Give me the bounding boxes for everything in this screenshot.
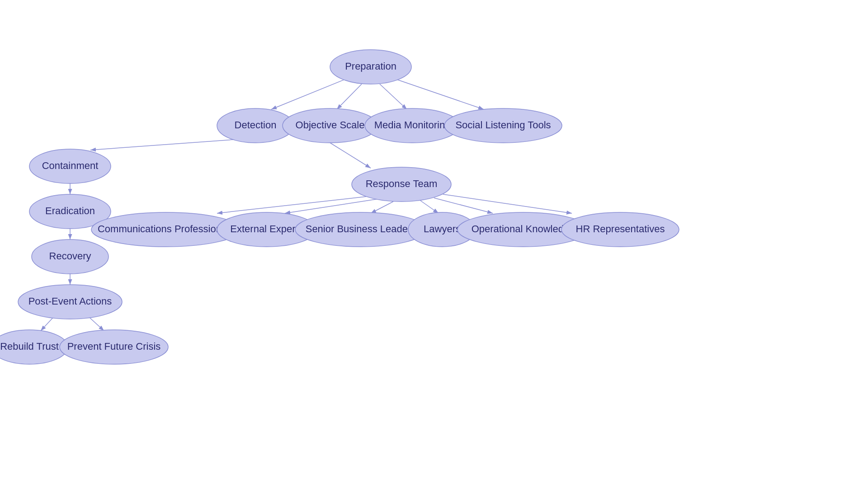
edge-postevent-prevent: [88, 316, 104, 331]
label-objective-scale: Objective Scale: [296, 119, 365, 131]
label-rebuild-trust: Rebuild Trust: [0, 341, 59, 352]
edge-postevent-rebuild: [41, 316, 54, 331]
label-external-experts: External Experts: [230, 223, 303, 235]
edge-prep-detection: [271, 78, 349, 109]
edge-response-lawyers: [420, 201, 439, 213]
label-post-event: Post-Event Actions: [28, 296, 112, 307]
label-hr-representatives: HR Representatives: [576, 223, 665, 235]
label-response-team: Response Team: [366, 178, 438, 189]
mind-map-diagram: Preparation Detection Objective Scale Me…: [0, 0, 868, 488]
edge-response-comms: [217, 197, 366, 213]
label-prevent-future: Prevent Future Crisis: [67, 341, 161, 352]
label-detection: Detection: [235, 119, 277, 131]
edge-prep-media: [380, 84, 407, 109]
edge-objective-response: [330, 143, 371, 168]
label-lawyers: Lawyers: [424, 223, 461, 235]
edge-response-external: [285, 199, 379, 213]
label-eradication: Eradication: [45, 205, 95, 216]
edge-response-hr: [443, 194, 572, 213]
label-containment: Containment: [42, 160, 99, 171]
label-recovery: Recovery: [49, 250, 91, 262]
edge-prep-social: [394, 79, 484, 109]
label-operational-knowledge: Operational Knowledge: [472, 223, 575, 235]
edge-detection-containment: [90, 139, 240, 150]
edge-response-senior: [371, 202, 393, 213]
edge-prep-objective: [337, 84, 362, 109]
label-media-monitoring: Media Monitoring: [374, 119, 451, 131]
label-preparation: Preparation: [345, 61, 396, 72]
label-social-listening: Social Listening Tools: [455, 119, 551, 131]
label-senior-leaders: Senior Business Leaders: [306, 223, 416, 235]
label-comms-professionals: Communications Professionals: [98, 223, 234, 235]
